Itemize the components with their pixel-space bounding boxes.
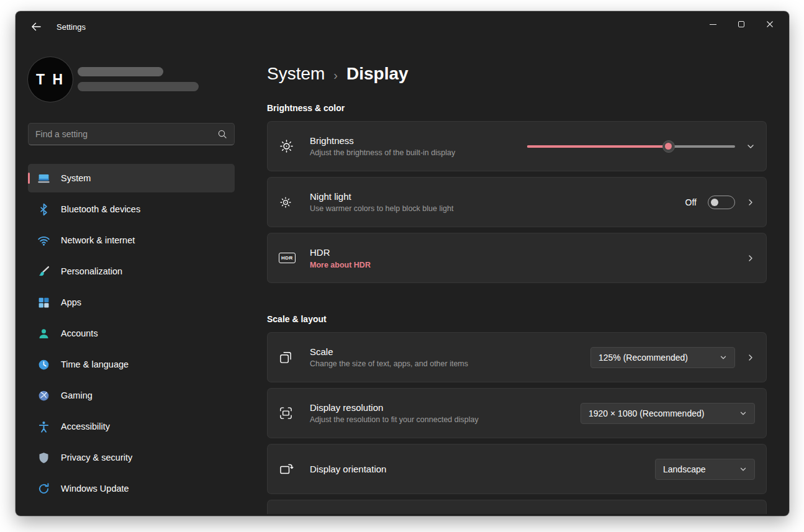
search-input[interactable] — [35, 129, 217, 139]
back-arrow-icon — [31, 22, 42, 32]
search-icon — [217, 129, 227, 139]
sidebar-item-apps[interactable]: Apps — [28, 288, 235, 317]
display-orientation-icon — [279, 462, 304, 477]
search-box[interactable] — [28, 123, 235, 145]
brightness-slider-fill — [527, 145, 669, 148]
night-light-toggle[interactable] — [708, 196, 735, 209]
sidebar-item-system[interactable]: System — [28, 164, 235, 192]
breadcrumb-system[interactable]: System — [267, 62, 325, 86]
night-light-toggle-state: Off — [685, 197, 697, 207]
sidebar-item-accounts[interactable]: Accounts — [28, 319, 235, 348]
display-orientation-text: Display orientation — [304, 464, 655, 474]
minimize-button[interactable] — [698, 14, 727, 35]
night-light-icon — [279, 196, 304, 209]
display-orientation-title: Display orientation — [310, 464, 655, 474]
breadcrumb: System › Display — [267, 61, 767, 87]
sidebar-item-label: Gaming — [61, 390, 93, 400]
brightness-title: Brightness — [310, 135, 527, 146]
scale-title: Scale — [310, 346, 590, 357]
scale-card[interactable]: Scale Change the size of text, apps, and… — [267, 332, 767, 382]
sidebar-item-label: Apps — [61, 297, 81, 307]
brightness-slider-thumb[interactable] — [662, 140, 675, 153]
network-icon — [37, 233, 51, 248]
scale-subtitle: Change the size of text, apps, and other… — [310, 359, 590, 368]
display-resolution-card[interactable]: Display resolution Adjust the resolution… — [267, 388, 767, 438]
display-resolution-text: Display resolution Adjust the resolution… — [304, 402, 580, 424]
section-title-brightness-color: Brightness & color — [267, 103, 767, 113]
sidebar-item-label: Accounts — [61, 328, 98, 338]
close-button[interactable] — [756, 14, 784, 35]
display-orientation-dropdown[interactable]: Landscape — [655, 459, 755, 480]
personalization-icon — [37, 264, 51, 279]
avatar[interactable]: T H — [28, 57, 73, 102]
hdr-text: HDR More about HDR — [304, 247, 746, 269]
main-content: System › Display Brightness & color Brig… — [247, 42, 789, 516]
minimize-icon — [710, 24, 716, 25]
gaming-icon — [37, 389, 51, 403]
sidebar: T H System — [16, 42, 247, 516]
apps-icon — [37, 295, 51, 310]
section-title-scale-layout: Scale & layout — [267, 314, 767, 324]
sidebar-item-label: System — [61, 173, 91, 183]
night-light-subtitle: Use warmer colors to help block blue lig… — [310, 204, 685, 213]
hdr-card[interactable]: HDR HDR More about HDR — [267, 233, 767, 283]
night-light-card[interactable]: Night light Use warmer colors to help bl… — [267, 177, 767, 227]
profile-name-placeholder — [78, 67, 163, 76]
sidebar-nav: System Bluetooth & devices Network & int… — [28, 164, 235, 503]
privacy-icon — [37, 451, 51, 465]
sidebar-item-personalization[interactable]: Personalization — [28, 257, 235, 286]
settings-window: Settings T H — [16, 11, 789, 516]
night-light-text: Night light Use warmer colors to help bl… — [304, 191, 685, 213]
sidebar-item-bluetooth-devices[interactable]: Bluetooth & devices — [28, 195, 235, 223]
chevron-right-icon[interactable] — [746, 254, 755, 263]
sidebar-item-label: Windows Update — [61, 484, 129, 494]
sidebar-item-gaming[interactable]: Gaming — [28, 381, 235, 410]
profile-section: T H — [28, 57, 235, 102]
brightness-icon — [279, 138, 304, 154]
scale-dropdown-value: 125% (Recommended) — [598, 353, 688, 363]
accessibility-icon — [37, 420, 51, 434]
sidebar-item-accessibility[interactable]: Accessibility — [28, 412, 235, 441]
back-button[interactable] — [25, 17, 47, 36]
windows-update-icon — [37, 482, 51, 496]
sidebar-item-time-language[interactable]: Time & language — [28, 350, 235, 379]
brightness-subtitle: Adjust the brightness of the built-in di… — [310, 148, 527, 157]
brightness-card[interactable]: Brightness Adjust the brightness of the … — [267, 121, 767, 171]
accounts-icon — [37, 327, 51, 341]
profile-name-placeholders — [78, 57, 199, 102]
scale-dropdown[interactable]: 125% (Recommended) — [590, 347, 735, 368]
chevron-down-icon — [739, 466, 747, 473]
scale-text: Scale Change the size of text, apps, and… — [304, 346, 590, 368]
display-resolution-subtitle: Adjust the resolution to fit your connec… — [310, 415, 580, 424]
maximize-button[interactable] — [727, 14, 756, 35]
chevron-down-icon — [739, 410, 747, 417]
caption-buttons — [698, 14, 784, 35]
maximize-icon — [738, 21, 744, 27]
profile-email-placeholder — [78, 82, 199, 91]
brightness-slider[interactable] — [527, 140, 735, 153]
more-about-hdr-link[interactable]: More about HDR — [310, 261, 746, 269]
bluetooth-icon — [37, 202, 51, 217]
titlebar: Settings — [16, 11, 789, 42]
scale-icon — [279, 350, 304, 364]
brightness-text: Brightness Adjust the brightness of the … — [304, 135, 527, 157]
partial-card[interactable] — [267, 500, 767, 514]
sidebar-item-network-internet[interactable]: Network & internet — [28, 226, 235, 255]
chevron-right-icon[interactable] — [746, 353, 755, 362]
night-light-title: Night light — [310, 191, 685, 202]
display-orientation-card[interactable]: Display orientation Landscape — [267, 444, 767, 494]
sidebar-item-privacy-security[interactable]: Privacy & security — [28, 443, 235, 472]
display-resolution-dropdown[interactable]: 1920 × 1080 (Recommended) — [580, 403, 755, 424]
selected-indicator — [28, 173, 30, 184]
sidebar-item-windows-update[interactable]: Windows Update — [28, 474, 235, 503]
time-language-icon — [37, 358, 51, 372]
sidebar-item-label: Time & language — [61, 359, 129, 369]
sidebar-item-label: Privacy & security — [61, 453, 132, 462]
hdr-title: HDR — [310, 247, 746, 258]
chevron-down-icon[interactable] — [746, 142, 755, 151]
sidebar-item-label: Bluetooth & devices — [61, 204, 140, 214]
close-icon — [766, 20, 774, 28]
breadcrumb-separator-icon: › — [333, 61, 338, 87]
sidebar-item-label: Accessibility — [61, 422, 110, 431]
chevron-right-icon[interactable] — [746, 198, 755, 207]
